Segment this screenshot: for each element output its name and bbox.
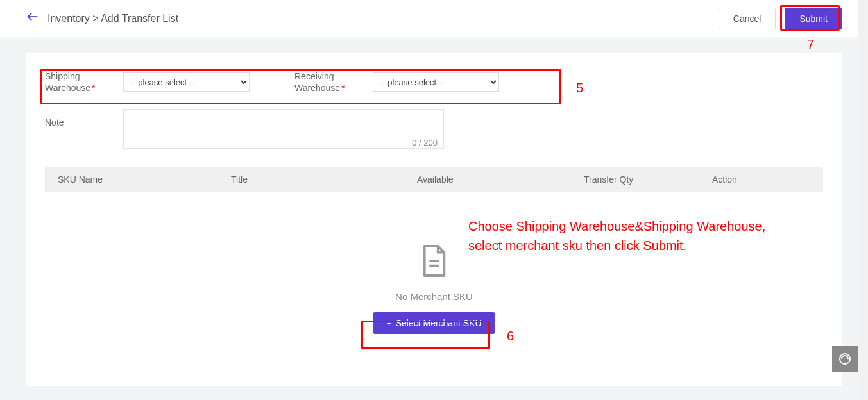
breadcrumb: Inventory > Add Transfer List [47, 13, 178, 24]
note-field: Note 0 / 200 [45, 109, 823, 151]
shipping-warehouse-select[interactable]: -- please select -- [123, 72, 250, 92]
shipping-warehouse-field: Shipping Warehouse* -- please select -- [45, 71, 250, 94]
breadcrumb-sep: > [92, 13, 98, 24]
th-sku-name: SKU Name [45, 174, 231, 185]
select-merchant-sku-label: Select Merchant SKU [396, 318, 482, 328]
topbar: Inventory > Add Transfer List Cancel Sub… [0, 0, 868, 37]
warehouse-row: Shipping Warehouse* -- please select -- … [45, 71, 823, 94]
cancel-button[interactable]: Cancel [719, 8, 776, 29]
chat-widget-button[interactable] [832, 346, 858, 372]
plus-icon: + [386, 318, 391, 328]
topbar-right: Cancel Submit [719, 8, 842, 29]
receiving-warehouse-label-text: Receiving Warehouse [294, 71, 340, 93]
empty-text: No Merchant SKU [395, 291, 473, 302]
required-asterisk: * [341, 83, 345, 93]
shipping-warehouse-label: Shipping Warehouse* [45, 71, 109, 94]
required-asterisk: * [92, 83, 95, 93]
receiving-warehouse-field: Receiving Warehouse* -- please select -- [294, 71, 499, 94]
th-transfer-qty: Transfer Qty [584, 174, 712, 185]
receiving-warehouse-label: Receiving Warehouse* [294, 71, 359, 94]
note-textarea[interactable] [123, 109, 444, 149]
receiving-warehouse-select[interactable]: -- please select -- [373, 72, 499, 92]
table-header: SKU Name Title Available Transfer Qty Ac… [45, 167, 823, 192]
page-body: Shipping Warehouse* -- please select -- … [0, 37, 868, 400]
submit-button[interactable]: Submit [785, 8, 842, 29]
note-label: Note [45, 109, 109, 128]
th-action: Action [712, 174, 823, 185]
th-title: Title [231, 174, 417, 185]
back-arrow-icon[interactable] [26, 10, 40, 27]
empty-state: No Merchant SKU + Select Merchant SKU [45, 244, 823, 334]
window-scrollbar[interactable] [858, 0, 868, 400]
topbar-left: Inventory > Add Transfer List [26, 10, 178, 27]
select-merchant-sku-button[interactable]: + Select Merchant SKU [373, 312, 494, 334]
breadcrumb-current: Add Transfer List [101, 13, 178, 24]
file-icon [420, 244, 449, 281]
breadcrumb-root[interactable]: Inventory [47, 13, 90, 24]
note-box: 0 / 200 [123, 109, 444, 151]
shipping-warehouse-label-text: Shipping Warehouse [45, 71, 90, 93]
main-card: Shipping Warehouse* -- please select -- … [26, 53, 842, 386]
th-available: Available [417, 174, 584, 185]
note-char-count: 0 / 200 [412, 138, 438, 147]
